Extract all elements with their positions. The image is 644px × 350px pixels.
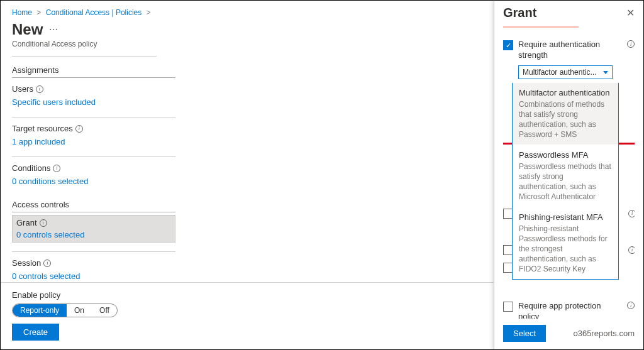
info-icon[interactable] bbox=[628, 210, 635, 217]
auth-strength-dropdown[interactable]: Multifactor authentic... bbox=[518, 65, 613, 79]
grant-label: Grant bbox=[16, 218, 47, 227]
enable-policy-label: Enable policy bbox=[12, 290, 483, 300]
breadcrumb-conditional-access[interactable]: Conditional Access | Policies bbox=[46, 8, 142, 17]
target-resources-value[interactable]: 1 app included bbox=[12, 137, 175, 146]
watermark: o365reports.com bbox=[573, 329, 635, 338]
require-auth-strength-label: Require authentication strength bbox=[518, 39, 622, 60]
page-subtitle: Conditional Access policy bbox=[12, 40, 483, 48]
info-icon[interactable] bbox=[53, 165, 60, 172]
select-button[interactable]: Select bbox=[503, 325, 546, 342]
toggle-off[interactable]: Off bbox=[92, 304, 117, 317]
require-auth-strength-checkbox[interactable] bbox=[503, 40, 513, 50]
info-icon[interactable] bbox=[43, 260, 51, 267]
create-button[interactable]: Create bbox=[12, 324, 59, 341]
session-label: Session bbox=[12, 258, 51, 268]
dropdown-option-mfa[interactable]: Multifactor authentication Combinations … bbox=[513, 83, 618, 145]
toggle-report-only[interactable]: Report-only bbox=[13, 304, 67, 317]
assignments-heading: Assignments bbox=[12, 65, 175, 78]
info-icon[interactable] bbox=[627, 302, 635, 309]
enable-policy-toggle[interactable]: Report-only On Off bbox=[12, 304, 118, 317]
access-controls-heading: Access controls bbox=[12, 200, 175, 212]
conditions-label: Conditions bbox=[12, 163, 60, 173]
users-value[interactable]: Specific users included bbox=[12, 97, 175, 107]
grant-panel: Grant ✕ Require authentication strength … bbox=[494, 1, 643, 349]
info-icon[interactable] bbox=[627, 40, 635, 48]
dropdown-selected-value: Multifactor authentic... bbox=[523, 68, 596, 77]
breadcrumb: Home > Conditional Access | Policies > bbox=[12, 8, 483, 17]
info-icon[interactable] bbox=[40, 219, 47, 227]
chevron-right-icon: > bbox=[147, 8, 151, 17]
grant-value[interactable]: 0 controls selected bbox=[16, 230, 171, 239]
require-app-protection-label: Require app protection policy bbox=[518, 300, 622, 319]
close-icon[interactable]: ✕ bbox=[626, 7, 635, 19]
info-icon[interactable] bbox=[628, 246, 635, 254]
dropdown-option-phishing-resistant[interactable]: Phishing-resistant MFA Phishing-resistan… bbox=[513, 207, 618, 279]
accent-line bbox=[503, 26, 579, 28]
require-app-protection-checkbox[interactable] bbox=[503, 302, 513, 312]
panel-title: Grant bbox=[503, 6, 536, 20]
info-icon[interactable] bbox=[75, 125, 83, 133]
auth-strength-dropdown-menu[interactable]: Multifactor authentication Combinations … bbox=[512, 83, 619, 280]
chevron-down-icon bbox=[603, 71, 608, 74]
conditions-value[interactable]: 0 conditions selected bbox=[12, 177, 175, 186]
target-resources-label: Target resources bbox=[12, 124, 83, 133]
users-label: Users bbox=[12, 84, 43, 94]
session-value[interactable]: 0 controls selected bbox=[12, 271, 175, 281]
more-icon[interactable]: ⋯ bbox=[49, 25, 58, 35]
info-icon[interactable] bbox=[36, 85, 43, 93]
breadcrumb-home[interactable]: Home bbox=[12, 8, 32, 17]
bottom-bar: Enable policy Report-only On Off Create bbox=[1, 282, 494, 349]
page-title: New bbox=[12, 21, 43, 38]
dropdown-option-passwordless[interactable]: Passwordless MFA Passwordless methods th… bbox=[513, 145, 618, 207]
chevron-right-icon: > bbox=[36, 8, 41, 17]
toggle-on[interactable]: On bbox=[67, 304, 92, 317]
